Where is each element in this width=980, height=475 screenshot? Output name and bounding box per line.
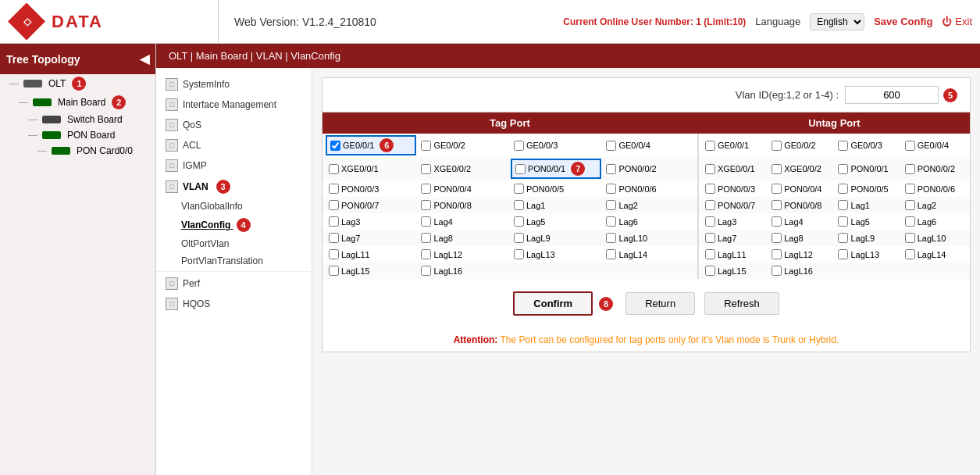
port-checkbox[interactable] — [329, 266, 339, 276]
nav-item-acl[interactable]: □ ACL — [156, 135, 312, 155]
port-checkbox[interactable] — [772, 184, 782, 194]
port-checkbox[interactable] — [705, 233, 715, 243]
port-checkbox[interactable] — [421, 233, 431, 243]
port-label: PON0/0/1 — [850, 164, 888, 173]
port-checkbox[interactable] — [421, 184, 431, 194]
port-checkbox[interactable] — [514, 216, 524, 227]
tag-port-header: Tag Port — [323, 112, 697, 134]
port-checkbox[interactable] — [838, 184, 848, 194]
port-checkbox[interactable] — [421, 216, 431, 227]
sidebar-collapse-icon[interactable]: ◀ — [140, 52, 149, 66]
sidebar-label-switch-board: Switch Board — [67, 114, 123, 125]
port-checkbox[interactable] — [905, 200, 915, 210]
port-label: XGE0/0/1 — [718, 164, 755, 173]
return-button[interactable]: Return — [625, 292, 695, 315]
port-checkbox[interactable] — [772, 216, 782, 227]
port-checkbox[interactable] — [421, 164, 431, 174]
port-checkbox[interactable] — [514, 249, 524, 259]
nav-sub-port-vlan-trans[interactable]: PortVlanTranslation — [156, 252, 312, 270]
port-checkbox[interactable] — [329, 164, 339, 174]
nav-item-vlan[interactable]: □ VLAN 3 — [156, 176, 312, 198]
port-checkbox[interactable] — [838, 216, 848, 227]
port-checkbox[interactable] — [329, 249, 339, 259]
nav-sub-vlan-global[interactable]: VlanGlobalInfo — [156, 198, 312, 215]
port-checkbox[interactable] — [514, 184, 524, 194]
port-checkbox[interactable] — [905, 233, 915, 243]
port-checkbox[interactable] — [329, 233, 339, 243]
port-checkbox[interactable] — [772, 233, 782, 243]
nav-item-igmp[interactable]: □ IGMP — [156, 155, 312, 176]
nav-label-acl: ACL — [183, 140, 201, 151]
port-checkbox[interactable] — [329, 216, 339, 227]
port-checkbox[interactable] — [606, 184, 616, 194]
sidebar-item-switch-board[interactable]: — Switch Board — [0, 112, 155, 127]
port-checkbox[interactable] — [772, 266, 782, 276]
port-checkbox[interactable] — [606, 216, 616, 227]
nav-sub-vlan-config[interactable]: VlanConfig 4 — [156, 215, 312, 235]
nav-item-interface[interactable]: □ Interface Management — [156, 95, 312, 115]
port-checkbox[interactable] — [421, 249, 431, 259]
vlan-id-label: Vlan ID(eg:1,2 or 1-4) : — [736, 89, 839, 101]
port-checkbox[interactable] — [838, 200, 848, 210]
sidebar-item-pon-card[interactable]: — PON Card0/0 — [0, 143, 155, 159]
port-checkbox[interactable] — [705, 266, 715, 276]
nav-item-perf[interactable]: □ Perf — [156, 273, 312, 294]
port-checkbox[interactable] — [905, 216, 915, 227]
port-checkbox[interactable] — [838, 164, 848, 174]
port-checkbox[interactable] — [905, 249, 915, 259]
port-checkbox[interactable] — [515, 164, 526, 174]
port-checkbox[interactable] — [606, 141, 616, 151]
port-checkbox[interactable] — [772, 200, 782, 210]
port-checkbox[interactable] — [514, 141, 524, 151]
language-label: Language — [755, 16, 800, 27]
port-checkbox[interactable] — [421, 200, 431, 210]
port-checkbox[interactable] — [329, 184, 339, 194]
port-checkbox[interactable] — [606, 249, 616, 259]
nav-sub-olt-port-vlan[interactable]: OltPortVlan — [156, 235, 312, 252]
language-select[interactable]: English 中文 — [810, 13, 864, 30]
online-limit: (Limit:10) — [704, 16, 746, 27]
port-checkbox[interactable] — [330, 141, 340, 151]
port-checkbox[interactable] — [838, 249, 848, 259]
port-checkbox[interactable] — [705, 249, 715, 259]
port-checkbox[interactable] — [606, 233, 616, 243]
vlan-id-input[interactable] — [845, 86, 939, 104]
nav-item-sysinfo[interactable]: □ SystemInfo — [156, 74, 312, 95]
port-checkbox[interactable] — [705, 216, 715, 227]
port-checkbox[interactable] — [606, 200, 616, 210]
logo-area: ◇ DATA — [8, 0, 219, 43]
tag-port-cell: Lag4 — [418, 215, 508, 228]
sidebar-item-main-board[interactable]: — Main Board 2 — [0, 93, 155, 112]
port-checkbox[interactable] — [606, 164, 616, 174]
port-checkbox[interactable] — [905, 141, 915, 151]
confirm-button[interactable]: Confirm — [513, 291, 593, 316]
port-checkbox[interactable] — [772, 249, 782, 259]
sidebar-item-pon-board[interactable]: — PON Board — [0, 127, 155, 143]
port-checkbox[interactable] — [705, 200, 715, 210]
port-label: PON0/0/6 — [618, 184, 656, 194]
port-checkbox[interactable] — [838, 233, 848, 243]
refresh-button[interactable]: Refresh — [704, 292, 779, 315]
port-checkbox[interactable] — [838, 141, 848, 151]
port-checkbox[interactable] — [421, 141, 431, 151]
port-checkbox[interactable] — [772, 164, 782, 174]
port-checkbox[interactable] — [705, 164, 715, 174]
port-checkbox[interactable] — [329, 200, 339, 210]
port-checkbox[interactable] — [905, 184, 915, 194]
port-label: GE0/0/4 — [918, 141, 949, 150]
sidebar-item-olt[interactable]: — OLT 1 — [0, 74, 155, 93]
port-label: XGE0/0/1 — [341, 164, 379, 173]
port-checkbox[interactable] — [514, 200, 524, 210]
exit-button[interactable]: ⏻ Exit — [942, 16, 972, 27]
port-checkbox[interactable] — [421, 266, 431, 276]
port-checkbox[interactable] — [705, 141, 715, 151]
port-checkbox[interactable] — [772, 141, 782, 151]
port-label: LagL16 — [784, 266, 813, 276]
nav-item-hqos[interactable]: □ HQOS — [156, 294, 312, 314]
port-checkbox[interactable] — [705, 184, 715, 194]
online-info: Current Online User Number: 1 (Limit:10) — [563, 16, 746, 27]
port-checkbox[interactable] — [905, 164, 915, 174]
port-checkbox[interactable] — [514, 233, 524, 243]
nav-item-qos[interactable]: □ QoS — [156, 115, 312, 135]
save-config-link[interactable]: Save Config — [874, 16, 932, 27]
